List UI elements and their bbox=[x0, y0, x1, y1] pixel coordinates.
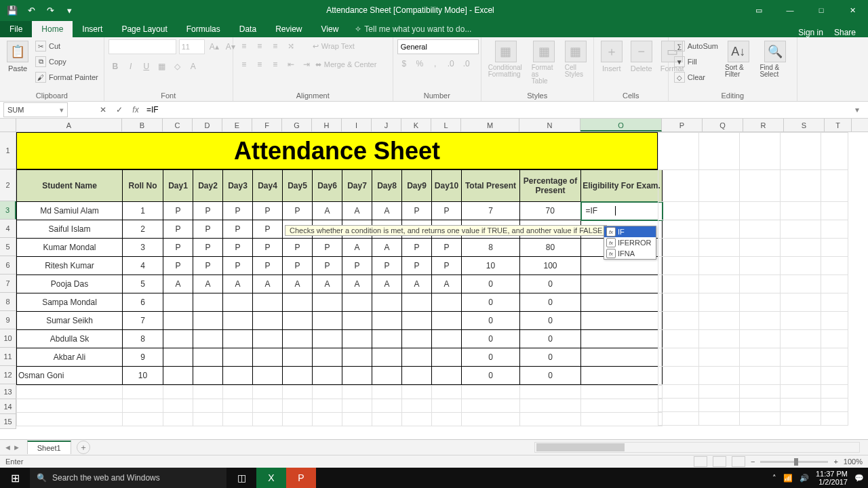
cell[interactable] bbox=[342, 367, 372, 385]
cell[interactable]: A bbox=[283, 275, 313, 293]
row-header[interactable]: 6 bbox=[0, 256, 16, 274]
cell[interactable] bbox=[432, 399, 462, 413]
column-header[interactable]: O bbox=[580, 119, 662, 131]
cell[interactable]: A bbox=[402, 275, 432, 293]
cell[interactable] bbox=[699, 239, 740, 257]
column-header[interactable]: C bbox=[163, 119, 193, 131]
name-box[interactable]: SUM▾ bbox=[3, 102, 68, 117]
taskbar-search[interactable]: 🔍Search the web and Windows bbox=[30, 468, 226, 488]
delete-cells-button[interactable]: −Delete bbox=[628, 39, 655, 74]
cell[interactable] bbox=[372, 330, 402, 348]
ribbon-display-icon[interactable]: ▭ bbox=[743, 0, 774, 20]
cell[interactable]: A bbox=[163, 275, 193, 293]
cell[interactable] bbox=[402, 330, 432, 348]
cell[interactable]: Sampa Mondal bbox=[17, 293, 123, 312]
cell[interactable]: 2 bbox=[123, 220, 163, 239]
cell[interactable] bbox=[123, 413, 163, 426]
cell[interactable]: P bbox=[223, 239, 253, 257]
cell[interactable] bbox=[740, 385, 781, 399]
share-button[interactable]: Share bbox=[834, 28, 856, 37]
cell[interactable] bbox=[740, 133, 781, 170]
row-header[interactable]: 4 bbox=[0, 220, 16, 238]
cell[interactable]: P bbox=[313, 239, 342, 257]
increase-decimal-icon[interactable]: .0 bbox=[444, 57, 458, 70]
cell[interactable]: Osman Goni bbox=[17, 367, 123, 385]
table-header[interactable]: Roll No bbox=[123, 170, 163, 202]
cell[interactable] bbox=[163, 386, 193, 399]
cell[interactable]: P bbox=[163, 202, 193, 220]
column-header[interactable]: P bbox=[662, 119, 703, 131]
cell[interactable] bbox=[313, 330, 342, 348]
zoom-in-button[interactable]: + bbox=[833, 458, 837, 466]
column-header[interactable]: J bbox=[372, 119, 401, 131]
table-header[interactable]: Day8 bbox=[372, 170, 402, 202]
border-button[interactable]: ▦ bbox=[155, 60, 169, 73]
cell[interactable]: 9 bbox=[123, 348, 163, 367]
cell[interactable]: 70 bbox=[520, 202, 581, 220]
cell[interactable]: 0 bbox=[462, 293, 520, 312]
taskbar-powerpoint-icon[interactable]: P bbox=[286, 468, 316, 488]
cell[interactable] bbox=[313, 399, 342, 413]
cell[interactable] bbox=[313, 413, 342, 426]
cell[interactable] bbox=[342, 312, 372, 330]
cell[interactable]: 4 bbox=[123, 257, 163, 275]
new-sheet-button[interactable]: ＋ bbox=[77, 441, 90, 454]
tab-home[interactable]: Home bbox=[32, 21, 73, 37]
cell[interactable] bbox=[821, 412, 848, 426]
cell[interactable] bbox=[520, 413, 581, 426]
cell[interactable] bbox=[658, 330, 699, 348]
bold-button[interactable]: B bbox=[108, 60, 122, 73]
cell[interactable] bbox=[253, 330, 283, 348]
cell[interactable]: Ritesh Kumar bbox=[17, 257, 123, 275]
italic-button[interactable]: I bbox=[124, 60, 138, 73]
enter-formula-button[interactable]: ✓ bbox=[111, 102, 127, 117]
cell[interactable] bbox=[313, 293, 342, 312]
cell[interactable] bbox=[462, 399, 520, 413]
cell[interactable] bbox=[781, 348, 821, 367]
cell[interactable] bbox=[193, 330, 223, 348]
cell[interactable] bbox=[342, 330, 372, 348]
table-header[interactable]: Day4 bbox=[253, 170, 283, 202]
cell[interactable] bbox=[372, 312, 402, 330]
cell[interactable] bbox=[253, 367, 283, 385]
cell[interactable] bbox=[223, 293, 253, 312]
cell[interactable] bbox=[740, 348, 781, 367]
cell[interactable] bbox=[658, 348, 699, 367]
cell[interactable] bbox=[740, 312, 781, 330]
cell[interactable]: P bbox=[402, 257, 432, 275]
cell[interactable] bbox=[658, 293, 699, 312]
notifications-icon[interactable]: 💬 bbox=[854, 474, 864, 483]
cell[interactable] bbox=[581, 293, 663, 312]
taskbar-clock[interactable]: 11:37 PM 1/2/2017 bbox=[816, 470, 848, 486]
cell[interactable] bbox=[821, 220, 848, 239]
cell[interactable] bbox=[462, 386, 520, 399]
zoom-slider[interactable] bbox=[760, 461, 828, 463]
cell[interactable]: 8 bbox=[123, 330, 163, 348]
cell[interactable]: 8 bbox=[462, 239, 520, 257]
cell[interactable] bbox=[462, 413, 520, 426]
orientation-icon[interactable]: ⤭ bbox=[284, 39, 298, 53]
volume-icon[interactable]: 🔊 bbox=[800, 474, 809, 483]
font-name-combo[interactable] bbox=[108, 39, 176, 54]
cell[interactable] bbox=[283, 312, 313, 330]
cell[interactable] bbox=[432, 386, 462, 399]
table-header[interactable]: Day10 bbox=[432, 170, 462, 202]
cell[interactable]: P bbox=[402, 202, 432, 220]
cell[interactable] bbox=[432, 312, 462, 330]
worksheet-grid[interactable]: 123456789101112131415 Attendance Sheet S… bbox=[0, 132, 868, 437]
cell[interactable] bbox=[223, 312, 253, 330]
cell[interactable]: A bbox=[342, 202, 372, 220]
select-all-corner[interactable] bbox=[0, 119, 16, 131]
cell[interactable]: 0 bbox=[462, 367, 520, 385]
column-header[interactable]: N bbox=[519, 119, 580, 131]
autocomplete-item[interactable]: fxIF bbox=[604, 226, 656, 237]
cell[interactable]: Saiful Islam bbox=[17, 220, 123, 239]
cell[interactable] bbox=[740, 239, 781, 257]
cell[interactable] bbox=[581, 312, 663, 330]
undo-icon[interactable]: ↶ bbox=[23, 2, 39, 18]
cell[interactable] bbox=[699, 257, 740, 275]
cell[interactable] bbox=[313, 367, 342, 385]
row-header[interactable]: 2 bbox=[0, 169, 16, 201]
cell[interactable] bbox=[781, 367, 821, 385]
cell[interactable]: Kumar Mondal bbox=[17, 239, 123, 257]
